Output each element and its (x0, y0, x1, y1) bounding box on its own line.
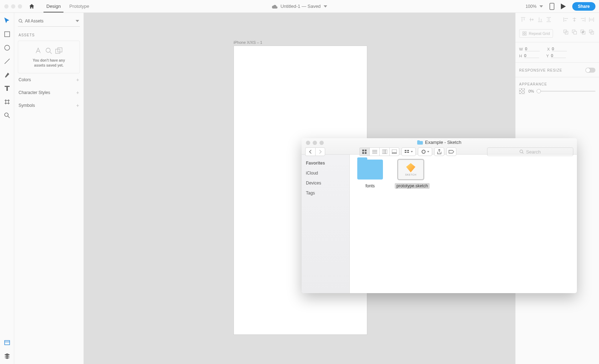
align-left-icon[interactable] (562, 16, 570, 24)
boolean-exclude-icon[interactable] (588, 28, 595, 36)
finder-title-text: Example - Sketch (425, 140, 461, 145)
boolean-subtract-icon[interactable] (570, 28, 578, 36)
artboard-tool[interactable] (4, 98, 11, 105)
repeat-grid-label: Repeat Grid (529, 31, 550, 36)
share-button[interactable]: Share (572, 2, 595, 11)
x-input[interactable] (552, 47, 567, 51)
artboard-label[interactable]: iPhone X/XS – 1 (234, 40, 262, 45)
boolean-add-icon[interactable] (562, 28, 570, 36)
document-title[interactable]: Untitled-1 — Saved (272, 4, 327, 9)
view-icon-button[interactable] (359, 147, 369, 156)
rectangle-tool[interactable] (4, 31, 11, 38)
width-field[interactable]: W (519, 47, 540, 51)
finder-body: Favorites iCloud Devices Tags fonts prot… (302, 155, 577, 293)
text-tool[interactable] (4, 85, 11, 92)
ellipse-tool[interactable] (4, 44, 11, 51)
height-field[interactable]: H (519, 53, 539, 58)
minimize-dot[interactable] (11, 4, 15, 9)
align-hcenter-icon[interactable] (570, 16, 578, 24)
align-vcenter-icon[interactable] (528, 16, 536, 24)
plus-icon[interactable]: + (76, 77, 79, 83)
symbols-label: Symbols (19, 103, 35, 108)
finder-search[interactable]: Search (487, 147, 573, 156)
repeat-grid-button[interactable]: Repeat Grid (519, 29, 553, 38)
finder-item-sketch[interactable]: prototype.sketch (395, 160, 427, 189)
finder-back-button[interactable] (305, 147, 315, 156)
svg-point-3 (5, 113, 8, 116)
plus-icon[interactable]: + (76, 90, 79, 95)
pen-tool[interactable] (4, 71, 11, 78)
distribute-h-icon[interactable] (588, 16, 595, 24)
svg-rect-11 (523, 34, 524, 35)
svg-rect-27 (392, 150, 397, 152)
y-input[interactable] (551, 53, 566, 58)
symbols-section[interactable]: Symbols+ (18, 99, 80, 112)
group-by-button[interactable] (401, 147, 416, 156)
height-input[interactable] (524, 53, 539, 58)
y-field[interactable]: Y (546, 53, 566, 58)
sidebar-icloud[interactable]: iCloud (306, 168, 345, 178)
chevron-down-icon (539, 5, 543, 7)
distribute-v-icon[interactable] (545, 16, 553, 24)
align-top-icon[interactable] (519, 16, 527, 24)
svg-rect-22 (362, 150, 364, 151)
assets-search[interactable]: All Assets (18, 17, 80, 27)
width-input[interactable] (525, 47, 540, 51)
svg-rect-31 (405, 150, 406, 151)
plus-icon[interactable]: + (76, 103, 79, 108)
tab-design[interactable]: Design (42, 0, 65, 12)
opacity-slider[interactable] (538, 91, 595, 92)
boolean-intersect-icon[interactable] (579, 28, 587, 36)
search-icon (519, 150, 524, 154)
finder-title: Example - Sketch (417, 140, 461, 145)
finder-zoom-dot[interactable] (319, 141, 324, 145)
device-preview-icon[interactable] (549, 3, 554, 10)
responsive-label: RESPONSIVE RESIZE (519, 68, 562, 72)
play-icon[interactable] (561, 4, 566, 9)
view-column-button[interactable] (379, 147, 389, 156)
empty-text-1: You don't have any (33, 58, 65, 62)
finder-titlebar[interactable]: Example - Sketch Search (302, 138, 577, 155)
char-styles-label: Character Styles (19, 90, 50, 95)
finder-minimize-dot[interactable] (313, 141, 317, 145)
finder-close-dot[interactable] (306, 141, 310, 145)
responsive-toggle[interactable] (585, 68, 595, 73)
align-right-icon[interactable] (579, 16, 587, 24)
finder-window[interactable]: Example - Sketch Search Fav (302, 138, 577, 293)
finder-search-placeholder: Search (526, 149, 541, 155)
action-menu-button[interactable] (418, 147, 432, 156)
doc-title-text: Untitled-1 — Saved (281, 4, 321, 9)
line-tool[interactable] (4, 58, 11, 65)
zoom-control[interactable]: 100% (526, 4, 543, 9)
opacity-swatch-icon (519, 88, 525, 94)
zoom-dot[interactable] (18, 4, 22, 9)
finder-window-controls (306, 141, 324, 145)
select-tool[interactable] (4, 17, 11, 24)
align-bottom-icon[interactable] (536, 16, 544, 24)
svg-rect-30 (395, 153, 396, 154)
share-menu-button[interactable] (434, 147, 444, 156)
finder-forward-button[interactable] (315, 147, 325, 156)
zoom-tool[interactable] (4, 112, 11, 119)
x-field[interactable]: X (547, 47, 567, 51)
sidebar-tags[interactable]: Tags (306, 188, 345, 198)
sidebar-devices[interactable]: Devices (306, 178, 345, 188)
window-controls (4, 4, 22, 9)
colors-section[interactable]: Colors+ (18, 73, 80, 86)
assets-panel-icon[interactable] (4, 339, 11, 346)
tab-prototype[interactable]: Prototype (65, 0, 93, 12)
close-dot[interactable] (4, 4, 9, 9)
tags-button[interactable] (446, 147, 456, 156)
opacity-control[interactable]: 0% (519, 88, 595, 94)
finder-content[interactable]: fonts prototype.sketch (350, 155, 577, 293)
tool-strip (0, 13, 14, 364)
home-icon[interactable] (29, 3, 35, 10)
view-list-button[interactable] (369, 147, 379, 156)
view-gallery-button[interactable] (389, 147, 399, 156)
topbar-right: 100% Share (526, 2, 595, 11)
layers-panel-icon[interactable] (4, 353, 11, 360)
finder-item-fonts[interactable]: fonts (354, 160, 386, 189)
svg-rect-32 (407, 150, 409, 151)
sidebar-favorites[interactable]: Favorites (306, 158, 345, 168)
char-styles-section[interactable]: Character Styles+ (18, 86, 80, 99)
